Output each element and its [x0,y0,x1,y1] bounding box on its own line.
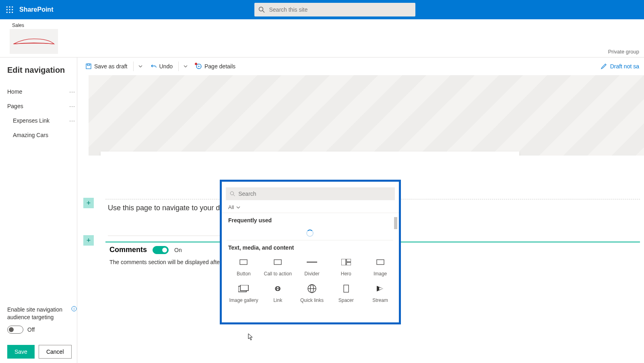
mouse-cursor-icon [248,333,254,342]
webpart-label: Image [374,271,387,277]
webpart-stream[interactable]: Stream [363,281,397,306]
comments-toggle-state: On [174,247,182,253]
webpart-button[interactable]: Button [227,254,261,279]
svg-point-6 [6,12,8,13]
svg-rect-23 [341,259,346,265]
svg-point-0 [6,6,8,8]
svg-point-8 [12,12,13,13]
draft-status[interactable]: Draft not sa [601,63,639,70]
page-canvas: Department Portals Henry Legge + + Use t… [89,75,644,265]
divider-icon [305,256,318,268]
app-launcher-icon[interactable] [0,0,19,19]
picker-category-filter[interactable]: All [222,202,399,213]
comments-heading: Comments [109,246,147,254]
audience-targeting-toggle[interactable] [7,326,23,334]
more-icon[interactable]: ··· [69,103,75,109]
site-logo[interactable] [10,29,58,54]
site-name: Sales [12,23,58,28]
draft-status-label: Draft not sa [610,63,639,70]
page-details-button[interactable]: Page details [192,61,239,72]
webpart-label: Quick links [300,297,324,303]
picker-filter-label: All [228,204,234,210]
chevron-down-icon [236,205,240,209]
nav-item-label: Expenses Link [13,117,50,124]
nav-item-home[interactable]: Home ··· [7,84,77,99]
quick-links-icon [305,283,318,294]
save-button[interactable]: Save [7,345,35,359]
svg-line-10 [263,11,265,13]
page-body: Use this page to navigate to your depart… [89,156,644,265]
webpart-label: Image gallery [229,297,258,303]
global-search-input[interactable] [269,6,411,13]
svg-text:i: i [74,307,74,311]
webpart-label: Button [237,271,251,277]
svg-rect-24 [347,259,351,262]
title-area[interactable]: Department Portals Henry Legge [89,75,644,156]
save-as-draft-label: Save as draft [94,63,128,70]
page-content: Save as draft Undo Page details Draft [77,57,644,363]
webpart-image-gallery[interactable]: Image gallery [227,281,261,306]
undo-label: Undo [159,63,173,70]
button-icon [237,256,250,268]
comments-toggle[interactable] [153,246,169,254]
svg-point-3 [6,9,8,10]
more-icon[interactable]: ··· [69,88,75,95]
image-icon [374,256,387,268]
info-icon[interactable]: i [71,306,77,314]
svg-rect-25 [347,263,351,265]
nav-item-amazing-cars[interactable]: Amazing Cars [7,128,77,142]
svg-point-18 [230,192,233,195]
spacer-icon [340,283,353,294]
global-search[interactable] [254,3,415,16]
webpart-divider[interactable]: Divider [295,254,329,279]
svg-rect-21 [274,260,281,265]
add-section-button[interactable]: + [83,198,94,208]
search-icon [258,6,265,13]
webpart-hero[interactable]: Hero [329,254,363,279]
save-as-draft-button[interactable]: Save as draft [82,61,131,72]
call-to-action-icon [271,256,284,268]
svg-point-9 [259,7,263,11]
webpart-label: Hero [341,271,351,277]
webpart-link[interactable]: Link [261,281,295,306]
picker-scrollbar-track[interactable] [395,213,398,316]
brand-label[interactable]: SharePoint [19,6,53,13]
nav-item-pages[interactable]: Pages ··· [7,99,77,113]
add-section-button[interactable]: + [83,235,94,246]
picker-search-input[interactable] [238,191,391,197]
webpart-spacer[interactable]: Spacer [329,281,363,306]
image-gallery-icon [237,283,250,294]
webpart-call-to-action[interactable]: Call to action [261,254,295,279]
nav-item-expenses-link[interactable]: Expenses Link ··· [7,113,77,128]
unsaved-indicator-icon [195,63,197,65]
picker-section-frequent: Frequently used [228,217,397,224]
svg-point-1 [9,6,10,8]
site-header: Sales Private group [0,19,644,56]
svg-point-5 [12,9,13,10]
cancel-button[interactable]: Cancel [39,345,72,359]
svg-rect-26 [377,260,384,265]
toolbar-separator [133,62,134,71]
picker-scrollbar-thumb[interactable] [394,217,397,229]
chevron-down-icon [138,64,142,68]
search-icon [230,191,235,197]
webpart-label: Spacer [339,297,354,303]
webpart-label: Divider [304,271,319,277]
undo-button[interactable]: Undo [147,61,176,72]
stream-icon [374,283,387,294]
group-privacy-label: Private group [608,49,639,55]
audience-targeting-label: Enable site navigation audience targetin… [7,306,77,322]
picker-search[interactable] [226,187,395,200]
undo-dropdown-chevron[interactable] [181,63,190,70]
chevron-down-icon [184,64,188,68]
global-header: SharePoint [0,0,644,19]
edit-navigation-panel: Edit navigation Home ··· Pages ··· Expen… [0,57,77,363]
webpart-quick-links[interactable]: Quick links [295,281,329,306]
save-dropdown-chevron[interactable] [136,63,145,70]
more-icon[interactable]: ··· [69,117,75,124]
hero-icon [340,256,353,268]
page-details-label: Page details [204,63,235,70]
webpart-label: Link [273,297,282,303]
webpart-picker: All Frequently used Text, media, and con… [220,180,401,324]
webpart-image[interactable]: Image [363,254,397,279]
